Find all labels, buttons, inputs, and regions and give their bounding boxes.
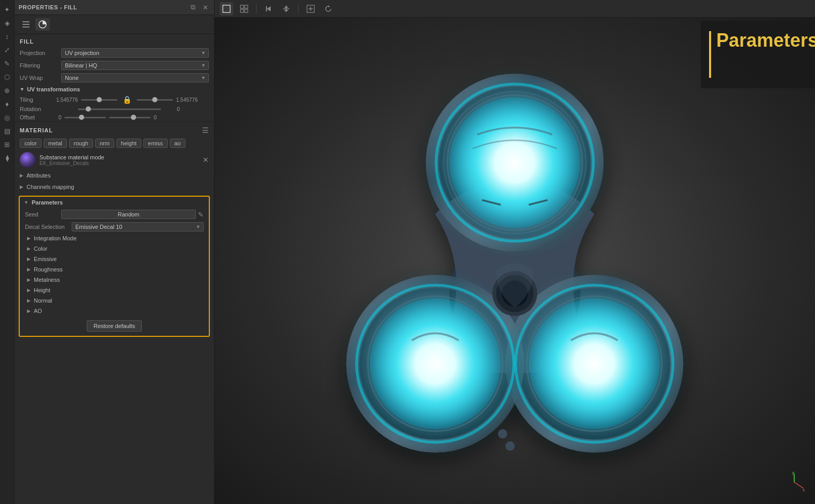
toolbar-add-icon[interactable] xyxy=(304,2,317,16)
channel-tag-emiss[interactable]: emiss xyxy=(143,139,168,148)
axis-indicator: x y xyxy=(784,472,805,494)
tool-icon-12[interactable]: ⧫ xyxy=(2,153,12,163)
decal-selection-select[interactable]: Emissive Decal 10 xyxy=(72,222,204,231)
projection-control: UV projection ▼ xyxy=(61,48,209,58)
tool-icon-10[interactable]: ▤ xyxy=(2,126,12,136)
svg-marker-14 xyxy=(284,10,288,12)
roughness-label: Roughness xyxy=(34,266,63,273)
roughness-chevron-icon: ▶ xyxy=(27,267,31,272)
uv-transformations-header[interactable]: ▼ UV transformations xyxy=(15,84,214,94)
param-metalness[interactable]: ▶ Metalness xyxy=(22,275,207,285)
rotation-label: Rotation xyxy=(20,106,51,112)
tool-icon-2[interactable]: ◈ xyxy=(2,18,12,28)
offset-row: Offset 0 0 xyxy=(15,113,214,121)
attributes-row[interactable]: ▶ Attributes xyxy=(15,170,214,181)
filtering-row: Filtering Bilinear | HQ ▼ xyxy=(15,59,214,72)
metalness-chevron-icon: ▶ xyxy=(27,277,31,282)
axis-x-label: x xyxy=(803,487,805,493)
tool-icon-3[interactable]: ↕ xyxy=(2,31,12,42)
material-remove-button[interactable]: ✕ xyxy=(203,156,209,164)
svg-marker-9 xyxy=(267,6,271,11)
material-thumbnail xyxy=(20,152,35,168)
filtering-select[interactable]: Bilinear | HQ xyxy=(61,61,209,70)
tool-icon-6[interactable]: ⬡ xyxy=(2,72,12,82)
params-title-bar xyxy=(709,31,711,78)
uv-transformations-label: UV transformations xyxy=(27,86,80,92)
svg-rect-5 xyxy=(241,5,244,8)
material-filter-icon[interactable]: ☰ xyxy=(202,126,209,134)
toolbar-center-icon[interactable] xyxy=(279,2,293,16)
tiling-slider-1[interactable] xyxy=(81,99,117,101)
viewport-content xyxy=(215,18,815,504)
tiling-val1: 1.545776 xyxy=(51,97,78,103)
tiling-slider-group: 1.545776 🔒 1.545776 xyxy=(51,96,209,104)
tab-fill[interactable] xyxy=(35,18,50,31)
tool-icon-11[interactable]: ⊞ xyxy=(2,139,12,149)
projection-label: Projection xyxy=(20,50,61,56)
param-ao[interactable]: ▶ AO xyxy=(22,306,207,316)
tool-icon-8[interactable]: ♦ xyxy=(2,99,12,109)
toolbar-grid-multi-icon[interactable] xyxy=(237,2,251,16)
tiling-label: Tiling xyxy=(20,97,51,103)
param-color[interactable]: ▶ Color xyxy=(22,243,207,254)
tool-icon-4[interactable]: ⤢ xyxy=(2,45,12,55)
offset-slider-1[interactable] xyxy=(64,117,106,118)
axis-y-label: y xyxy=(792,472,795,475)
param-emissive[interactable]: ▶ Emissive xyxy=(22,254,207,264)
tool-icon-7[interactable]: ⊕ xyxy=(2,85,12,96)
toolbar-grid-single-icon[interactable] xyxy=(220,2,233,16)
param-integration-mode[interactable]: ▶ Integration Mode xyxy=(22,233,207,243)
projection-select[interactable]: UV projection xyxy=(61,48,209,58)
tab-layers[interactable] xyxy=(19,18,33,31)
maximize-button[interactable]: ⧉ xyxy=(188,3,197,12)
channels-mapping-chevron-icon: ▶ xyxy=(20,184,23,189)
fill-section-header: FILL xyxy=(15,34,214,47)
height-label: Height xyxy=(34,287,50,293)
material-mode-row: Substance material mode EK_Emissive_Deca… xyxy=(15,150,214,170)
channels-mapping-row[interactable]: ▶ Channels mapping xyxy=(15,181,214,193)
filtering-dropdown-wrapper: Bilinear | HQ ▼ xyxy=(61,61,209,70)
emissive-label: Emissive xyxy=(34,256,57,262)
close-button[interactable]: ✕ xyxy=(201,3,210,12)
param-roughness[interactable]: ▶ Roughness xyxy=(22,264,207,275)
toolbar-separator-2 xyxy=(298,4,299,13)
filtering-label: Filtering xyxy=(20,62,61,69)
channel-tag-nrm[interactable]: nrm xyxy=(95,139,114,148)
seed-input-field[interactable]: Random xyxy=(61,210,196,219)
uvwrap-select[interactable]: None xyxy=(61,73,209,83)
offset-val1: 0 xyxy=(51,115,61,120)
tiling-slider-2[interactable] xyxy=(137,99,173,101)
toolbar-skip-back-icon[interactable] xyxy=(262,2,275,16)
uvwrap-row: UV Wrap None ▼ xyxy=(15,72,214,84)
channels-mapping-label: Channels mapping xyxy=(26,184,74,190)
offset-slider-2[interactable] xyxy=(109,117,151,118)
tool-icon-1[interactable]: ✦ xyxy=(2,4,12,15)
param-height[interactable]: ▶ Height xyxy=(22,285,207,295)
svg-marker-13 xyxy=(284,6,288,8)
ao-label: AO xyxy=(34,308,42,314)
properties-panel: PROPERTIES - FILL ⧉ ✕ FILL Projection xyxy=(15,0,215,504)
channel-tag-ao[interactable]: ao xyxy=(170,139,185,148)
svg-rect-7 xyxy=(241,9,244,12)
channel-tag-rough[interactable]: rough xyxy=(69,139,93,148)
channel-tag-metal[interactable]: metal xyxy=(44,139,67,148)
tool-icon-9[interactable]: ◎ xyxy=(2,112,12,122)
uvwrap-control: None ▼ xyxy=(61,73,209,83)
parameters-header[interactable]: ▼ Parameters xyxy=(20,197,209,208)
lock-icon[interactable]: 🔒 xyxy=(121,96,133,104)
offset-val2: 0 xyxy=(154,115,164,120)
left-icon-bar: ✦ ◈ ↕ ⤢ ✎ ⬡ ⊕ ♦ ◎ ▤ ⊞ ⧫ xyxy=(0,0,15,504)
seed-label: Seed xyxy=(25,211,61,217)
rotation-slider[interactable] xyxy=(78,108,161,110)
channel-tag-height[interactable]: height xyxy=(116,139,141,148)
toolbar-refresh-icon[interactable] xyxy=(322,2,335,16)
channel-tag-color[interactable]: color xyxy=(20,139,42,148)
tool-icon-5[interactable]: ✎ xyxy=(2,58,12,69)
param-normal[interactable]: ▶ Normal xyxy=(22,295,207,306)
svg-point-34 xyxy=(370,298,501,429)
restore-defaults-button[interactable]: Restore defaults xyxy=(87,320,142,332)
normal-label: Normal xyxy=(34,297,52,304)
seed-edit-icon[interactable]: ✎ xyxy=(198,211,204,219)
titlebar-icons: ⧉ ✕ xyxy=(188,3,210,12)
rotation-slider-group: 0 xyxy=(51,106,209,112)
